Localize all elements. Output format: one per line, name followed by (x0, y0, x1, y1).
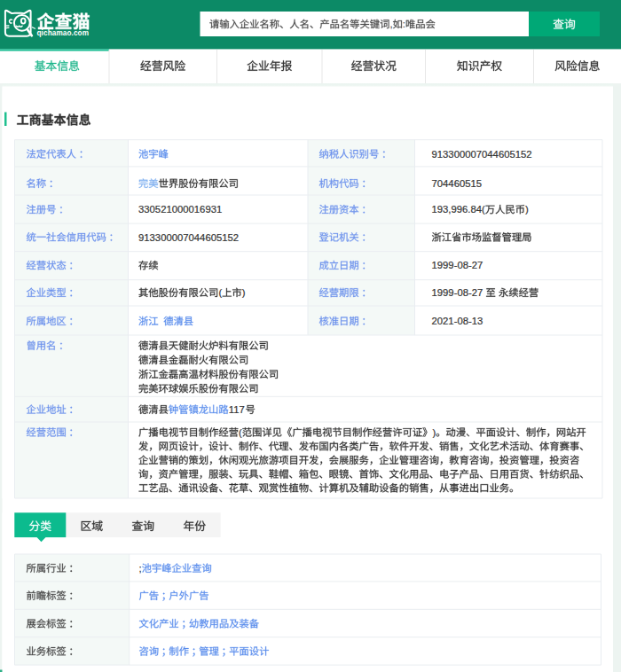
svg-text::: : (403, 19, 405, 29)
svg-text:1999-08-27: 1999-08-27 (432, 260, 483, 270)
svg-text:,: , (389, 19, 392, 29)
svg-text:(: ( (239, 427, 242, 438)
svg-text:913300007044605152: 913300007044605152 (138, 232, 239, 243)
svg-text:): ) (525, 204, 529, 215)
svg-text:): ) (242, 287, 246, 298)
svg-text:117: 117 (229, 404, 245, 415)
svg-text:330521000016931: 330521000016931 (138, 204, 222, 215)
svg-text:): ) (432, 427, 436, 438)
svg-text:1999-08-27: 1999-08-27 (432, 287, 483, 298)
svg-text:913300007044605152: 913300007044605152 (432, 149, 532, 160)
svg-text:;: ; (139, 563, 142, 574)
svg-text:qichamao.com: qichamao.com (37, 29, 90, 37)
svg-text:704460515: 704460515 (432, 178, 483, 189)
svg-text:2021-08-13: 2021-08-13 (432, 316, 483, 326)
svg-text:193,996.84(: 193,996.84( (432, 204, 486, 215)
svg-text:(: ( (218, 287, 222, 298)
